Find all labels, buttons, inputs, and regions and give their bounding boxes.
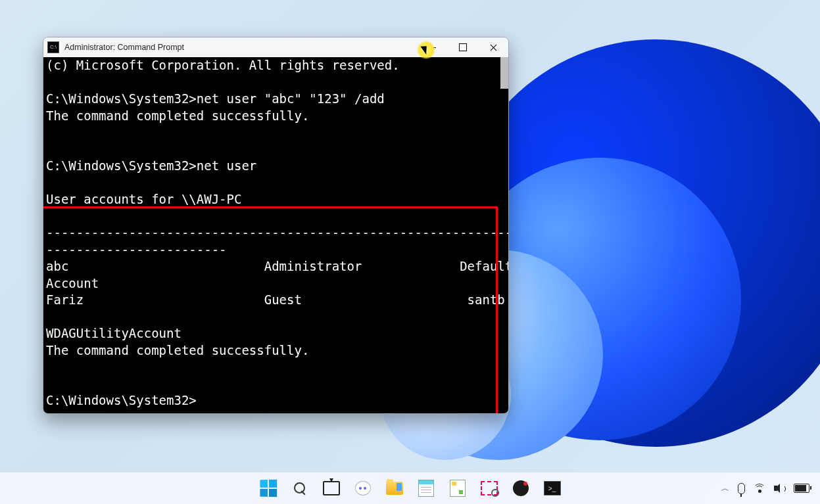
wifi-icon[interactable] — [754, 484, 765, 493]
close-button[interactable] — [478, 37, 508, 57]
folder-icon — [386, 482, 403, 495]
terminal-line: abc Administrator Default — [46, 259, 509, 273]
titlebar[interactable]: C:\ Administrator: Command Prompt — [43, 37, 508, 57]
chat-icon — [355, 481, 371, 495]
snipping-tool-button[interactable] — [476, 475, 502, 501]
terminal-line: C:\Windows\System32>net user — [46, 158, 256, 173]
terminal-line: C:\Windows\System32> — [46, 393, 197, 407]
start-icon — [260, 480, 277, 497]
tray-overflow-button[interactable]: ︿ — [721, 483, 729, 494]
terminal-line: The command completed successfully. — [46, 108, 309, 123]
taskbar-center: >_ — [255, 475, 566, 501]
desktop: C:\ Administrator: Command Prompt (c) Mi… — [0, 0, 820, 504]
system-tray: ︿ — [721, 483, 820, 494]
terminal-line: User accounts for \\AWJ-PC — [46, 192, 241, 206]
minimize-icon — [429, 47, 436, 48]
maximize-button[interactable] — [448, 37, 478, 57]
minimize-button[interactable] — [418, 37, 448, 57]
cmd-icon: C:\ — [47, 41, 59, 53]
taskview-button[interactable] — [318, 475, 345, 501]
obs-icon — [513, 480, 529, 496]
terminal-line: The command completed successfully. — [46, 343, 309, 357]
paint-button[interactable] — [445, 475, 471, 501]
command-prompt-window[interactable]: C:\ Administrator: Command Prompt (c) Mi… — [43, 37, 509, 414]
obs-button[interactable] — [508, 475, 534, 501]
microphone-icon[interactable] — [738, 483, 745, 494]
taskbar: >_ ︿ — [0, 472, 820, 504]
terminal-taskbar-button[interactable]: >_ — [539, 475, 566, 501]
battery-icon[interactable] — [794, 484, 809, 493]
window-title: Administrator: Command Prompt — [64, 43, 184, 52]
notepad-icon — [418, 480, 434, 497]
paint-icon — [450, 480, 466, 497]
taskview-icon — [323, 481, 340, 495]
terminal-line: ------------------------ — [46, 242, 227, 257]
terminal-line: C:\Windows\System32>net user "abc" "123"… — [46, 91, 385, 106]
volume-icon[interactable] — [774, 484, 785, 493]
snip-icon — [481, 481, 498, 495]
chat-button[interactable] — [350, 475, 376, 501]
maximize-icon — [459, 43, 467, 51]
terminal-line: Fariz Guest santb — [46, 292, 505, 307]
scrollbar-thumb[interactable] — [500, 57, 508, 89]
search-icon — [293, 482, 306, 495]
terminal-area[interactable]: (c) Microsoft Corporation. All rights re… — [43, 57, 508, 413]
terminal-line: ----------------------------------------… — [46, 225, 509, 240]
terminal-icon: >_ — [544, 481, 561, 495]
terminal-line: WDAGUtilityAccount — [46, 326, 181, 340]
search-button[interactable] — [287, 475, 313, 501]
terminal-output[interactable]: (c) Microsoft Corporation. All rights re… — [43, 57, 508, 412]
start-button[interactable] — [255, 475, 281, 501]
file-explorer-button[interactable] — [381, 475, 408, 501]
notepad-button[interactable] — [413, 475, 439, 501]
terminal-line: (c) Microsoft Corporation. All rights re… — [46, 58, 400, 72]
terminal-line: Account — [46, 276, 99, 290]
close-icon — [490, 44, 497, 51]
